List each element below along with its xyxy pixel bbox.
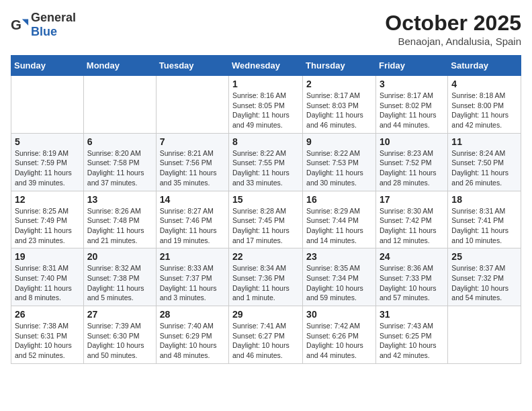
day-info: Sunrise: 8:28 AM Sunset: 7:45 PM Dayligh… — [232, 206, 299, 246]
day-number: 23 — [306, 251, 372, 262]
day-number: 27 — [87, 309, 152, 320]
calendar-cell: 5Sunrise: 8:19 AM Sunset: 7:59 PM Daylig… — [11, 133, 84, 191]
calendar-cell: 11Sunrise: 8:24 AM Sunset: 7:50 PM Dayli… — [448, 133, 521, 191]
day-header-friday: Friday — [375, 56, 447, 76]
calendar-cell: 7Sunrise: 8:21 AM Sunset: 7:56 PM Daylig… — [156, 133, 228, 191]
calendar-cell: 1Sunrise: 8:16 AM Sunset: 8:05 PM Daylig… — [229, 76, 303, 134]
page-header: G General Blue October 2025 Benaojan, An… — [11, 11, 521, 47]
day-info: Sunrise: 8:17 AM Sunset: 8:03 PM Dayligh… — [306, 91, 372, 130]
calendar-cell: 12Sunrise: 8:25 AM Sunset: 7:49 PM Dayli… — [11, 191, 84, 248]
calendar-cell: 3Sunrise: 8:17 AM Sunset: 8:02 PM Daylig… — [375, 76, 447, 134]
day-number: 26 — [15, 309, 80, 320]
day-header-tuesday: Tuesday — [156, 56, 228, 76]
day-info: Sunrise: 8:19 AM Sunset: 7:59 PM Dayligh… — [15, 148, 80, 188]
day-info: Sunrise: 8:22 AM Sunset: 7:53 PM Dayligh… — [306, 148, 372, 188]
calendar-cell: 17Sunrise: 8:30 AM Sunset: 7:42 PM Dayli… — [375, 191, 447, 248]
day-number: 21 — [160, 251, 225, 262]
calendar-cell: 2Sunrise: 8:17 AM Sunset: 8:03 PM Daylig… — [303, 76, 376, 134]
day-header-wednesday: Wednesday — [229, 56, 303, 76]
day-number: 30 — [306, 309, 372, 320]
calendar-cell: 16Sunrise: 8:29 AM Sunset: 7:44 PM Dayli… — [303, 191, 376, 248]
svg-marker-1 — [22, 19, 28, 26]
logo-general-text: General — [31, 11, 76, 24]
day-header-sunday: Sunday — [11, 56, 84, 76]
calendar-cell: 10Sunrise: 8:23 AM Sunset: 7:52 PM Dayli… — [375, 133, 447, 191]
day-info: Sunrise: 8:34 AM Sunset: 7:36 PM Dayligh… — [232, 263, 299, 303]
calendar-cell: 23Sunrise: 8:35 AM Sunset: 7:34 PM Dayli… — [303, 248, 376, 306]
day-header-monday: Monday — [83, 56, 156, 76]
calendar-table: SundayMondayTuesdayWednesdayThursdayFrid… — [11, 55, 521, 364]
day-header-thursday: Thursday — [303, 56, 376, 76]
calendar-cell: 9Sunrise: 8:22 AM Sunset: 7:53 PM Daylig… — [303, 133, 376, 191]
logo-icon: G — [11, 15, 30, 34]
calendar-cell: 19Sunrise: 8:31 AM Sunset: 7:40 PM Dayli… — [11, 248, 84, 306]
day-number: 29 — [232, 309, 299, 320]
day-info: Sunrise: 8:26 AM Sunset: 7:48 PM Dayligh… — [87, 206, 152, 246]
calendar-cell: 6Sunrise: 8:20 AM Sunset: 7:58 PM Daylig… — [83, 133, 156, 191]
day-number: 24 — [380, 251, 444, 262]
day-number: 22 — [232, 251, 299, 262]
day-info: Sunrise: 8:20 AM Sunset: 7:58 PM Dayligh… — [87, 148, 152, 188]
day-info: Sunrise: 7:43 AM Sunset: 6:25 PM Dayligh… — [380, 321, 444, 361]
day-info: Sunrise: 8:35 AM Sunset: 7:34 PM Dayligh… — [306, 263, 372, 303]
logo: G General Blue — [11, 11, 76, 39]
calendar-cell: 29Sunrise: 7:41 AM Sunset: 6:27 PM Dayli… — [229, 306, 303, 364]
calendar-cell: 8Sunrise: 8:22 AM Sunset: 7:55 PM Daylig… — [229, 133, 303, 191]
week-row-2: 12Sunrise: 8:25 AM Sunset: 7:49 PM Dayli… — [11, 191, 521, 248]
day-info: Sunrise: 8:21 AM Sunset: 7:56 PM Dayligh… — [160, 148, 225, 188]
day-info: Sunrise: 8:36 AM Sunset: 7:33 PM Dayligh… — [380, 263, 444, 303]
day-number: 1 — [232, 79, 299, 89]
calendar-cell: 13Sunrise: 8:26 AM Sunset: 7:48 PM Dayli… — [83, 191, 156, 248]
day-number: 10 — [380, 136, 444, 147]
day-number: 19 — [15, 251, 80, 262]
calendar-cell: 31Sunrise: 7:43 AM Sunset: 6:25 PM Dayli… — [375, 306, 447, 364]
day-number: 31 — [380, 309, 444, 320]
calendar-cell: 4Sunrise: 8:18 AM Sunset: 8:00 PM Daylig… — [448, 76, 521, 134]
day-info: Sunrise: 8:24 AM Sunset: 7:50 PM Dayligh… — [451, 148, 517, 188]
calendar-cell — [11, 76, 84, 134]
day-info: Sunrise: 8:32 AM Sunset: 7:38 PM Dayligh… — [87, 263, 152, 303]
calendar-cell: 30Sunrise: 7:42 AM Sunset: 6:26 PM Dayli… — [303, 306, 376, 364]
calendar-cell: 27Sunrise: 7:39 AM Sunset: 6:30 PM Dayli… — [83, 306, 156, 364]
day-number: 5 — [15, 136, 80, 147]
week-row-0: 1Sunrise: 8:16 AM Sunset: 8:05 PM Daylig… — [11, 76, 521, 134]
calendar-cell: 25Sunrise: 8:37 AM Sunset: 7:32 PM Dayli… — [448, 248, 521, 306]
day-number: 2 — [306, 79, 372, 89]
calendar-cell: 22Sunrise: 8:34 AM Sunset: 7:36 PM Dayli… — [229, 248, 303, 306]
day-info: Sunrise: 8:27 AM Sunset: 7:46 PM Dayligh… — [160, 206, 225, 246]
day-number: 9 — [306, 136, 372, 147]
day-number: 17 — [380, 194, 444, 205]
day-number: 11 — [451, 136, 517, 147]
calendar-cell: 21Sunrise: 8:33 AM Sunset: 7:37 PM Dayli… — [156, 248, 228, 306]
calendar-cell: 18Sunrise: 8:31 AM Sunset: 7:41 PM Dayli… — [448, 191, 521, 248]
day-number: 25 — [451, 251, 517, 262]
calendar-cell: 24Sunrise: 8:36 AM Sunset: 7:33 PM Dayli… — [375, 248, 447, 306]
day-info: Sunrise: 8:37 AM Sunset: 7:32 PM Dayligh… — [451, 263, 517, 303]
day-info: Sunrise: 8:29 AM Sunset: 7:44 PM Dayligh… — [306, 206, 372, 246]
day-info: Sunrise: 8:18 AM Sunset: 8:00 PM Dayligh… — [451, 91, 517, 130]
day-header-saturday: Saturday — [448, 56, 521, 76]
day-number: 13 — [87, 194, 152, 205]
day-number: 28 — [160, 309, 225, 320]
week-row-3: 19Sunrise: 8:31 AM Sunset: 7:40 PM Dayli… — [11, 248, 521, 306]
day-info: Sunrise: 8:22 AM Sunset: 7:55 PM Dayligh… — [232, 148, 299, 188]
day-info: Sunrise: 8:25 AM Sunset: 7:49 PM Dayligh… — [15, 206, 80, 246]
day-number: 3 — [380, 79, 444, 89]
calendar-cell — [448, 306, 521, 364]
calendar-cell: 28Sunrise: 7:40 AM Sunset: 6:29 PM Dayli… — [156, 306, 228, 364]
day-number: 7 — [160, 136, 225, 147]
logo-blue-text: Blue — [31, 25, 57, 38]
day-info: Sunrise: 8:30 AM Sunset: 7:42 PM Dayligh… — [380, 206, 444, 246]
day-info: Sunrise: 8:17 AM Sunset: 8:02 PM Dayligh… — [380, 91, 444, 130]
day-number: 16 — [306, 194, 372, 205]
day-number: 15 — [232, 194, 299, 205]
day-info: Sunrise: 8:16 AM Sunset: 8:05 PM Dayligh… — [232, 91, 299, 130]
day-number: 4 — [451, 79, 517, 89]
day-info: Sunrise: 8:23 AM Sunset: 7:52 PM Dayligh… — [380, 148, 444, 188]
calendar-cell: 26Sunrise: 7:38 AM Sunset: 6:31 PM Dayli… — [11, 306, 84, 364]
day-number: 18 — [451, 194, 517, 205]
day-info: Sunrise: 8:33 AM Sunset: 7:37 PM Dayligh… — [160, 263, 225, 303]
day-number: 20 — [87, 251, 152, 262]
day-info: Sunrise: 7:41 AM Sunset: 6:27 PM Dayligh… — [232, 321, 299, 361]
calendar-header-row: SundayMondayTuesdayWednesdayThursdayFrid… — [11, 56, 521, 76]
